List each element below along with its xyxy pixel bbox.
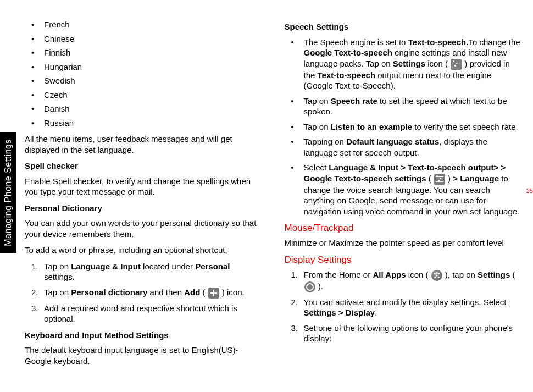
section-title: Mouse/Trackpad [285,222,523,234]
sidebar-label: Managing Phone Settings [3,139,14,246]
subheading: Spell checker [25,161,263,172]
left-column: French Chinese Finnish Hungarian Swedish… [25,19,263,381]
subheading: Speech Settings [285,21,523,32]
list-item: 3. Set one of the following options to c… [285,323,523,344]
list-item: Finnish [25,47,263,58]
gear-icon [304,281,315,292]
body-text: You can add your own words to your perso… [25,218,263,239]
list-item: Chinese [25,34,263,45]
sidebar-tab: Managing Phone Settings [0,132,16,253]
right-column: Speech Settings The Speech engine is set… [285,19,523,381]
list-item: Select Language & Input > Text-to-speech… [285,162,523,217]
subheading: Keyboard and Input Method Settings [25,330,263,341]
language-list: French Chinese Finnish Hungarian Swedish… [25,19,263,128]
list-item: The Speech engine is set to Text-to-spee… [285,37,523,91]
sliders-icon [434,174,445,185]
ordered-list: 1. Tap on Language & Input located under… [25,261,263,324]
page-number: 25 [526,187,533,195]
list-item: 2. Tap on Personal dictionary and then A… [25,287,263,299]
ordered-list: 1. From the Home or All Apps icon ( ), t… [285,269,523,344]
list-item: Tap on Listen to an example to verify th… [285,122,523,132]
page-content: French Chinese Finnish Hungarian Swedish… [25,19,522,381]
list-item: 1. Tap on Language & Input located under… [25,261,263,283]
body-text: Enable Spell checker, to verify and chan… [25,176,263,197]
list-item: Tapping on Default language status, disp… [285,136,523,158]
sliders-icon [451,59,462,70]
list-item: Russian [25,118,263,129]
list-item: 2. You can activate and modify the displ… [285,297,523,318]
list-item: Hungarian [25,62,263,73]
list-item: Czech [25,90,263,101]
section-title: Display Settings [285,254,523,266]
all-apps-icon [431,270,442,281]
body-text: All the menu items, user feedback messag… [25,134,263,155]
list-item: 3. Add a required word and respective sh… [25,303,263,324]
body-text: To add a word or phrase, including an op… [25,245,263,256]
plus-icon [208,288,219,299]
bullet-list: The Speech engine is set to Text-to-spee… [285,37,523,217]
body-text: The default keyboard input language is s… [25,345,263,366]
body-text: Minimize or Maximize the pointer speed a… [285,238,523,249]
subheading: Personal Dictionary [25,203,263,214]
list-item: 1. From the Home or All Apps icon ( ), t… [285,269,523,292]
list-item: French [25,19,263,30]
list-item: Swedish [25,75,263,86]
list-item: Tap on Speech rate to set the speed at w… [285,96,523,117]
list-item: Danish [25,103,263,114]
